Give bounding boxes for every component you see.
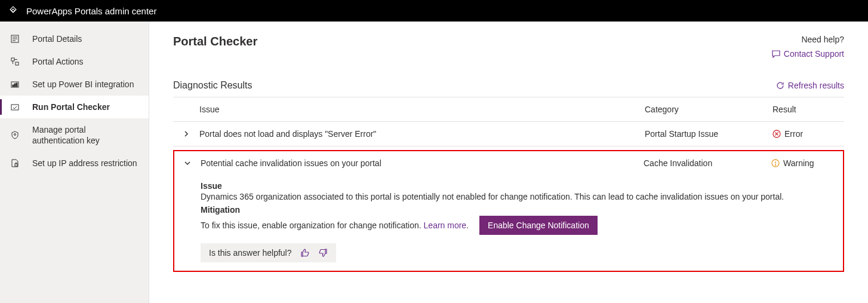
issue-text: Portal does not load and displays "Serve… bbox=[199, 129, 645, 139]
mitigation-text: To fix this issue, enable organization f… bbox=[201, 221, 469, 230]
main-content: Portal Checker Need help? Contact Suppor… bbox=[149, 22, 868, 303]
collapse-toggle[interactable] bbox=[184, 160, 191, 167]
sidebar: Portal Details Portal Actions Set up Pow… bbox=[0, 22, 149, 303]
contact-support-label: Contact Support bbox=[784, 49, 844, 59]
sidebar-item-label: Manage portal authentication key bbox=[32, 124, 134, 146]
chat-icon bbox=[772, 50, 780, 58]
section-title: Diagnostic Results bbox=[173, 80, 253, 91]
sidebar-item-label: Portal Details bbox=[32, 33, 82, 44]
category-text: Portal Startup Issue bbox=[645, 129, 772, 139]
thumbs-down-icon[interactable] bbox=[318, 248, 328, 258]
col-issue-header: Issue bbox=[199, 105, 645, 114]
thumbs-up-icon[interactable] bbox=[300, 248, 310, 258]
sidebar-item-portal-checker[interactable]: Run Portal Checker bbox=[0, 96, 149, 118]
sidebar-item-portal-actions[interactable]: Portal Actions bbox=[0, 50, 149, 73]
checker-icon bbox=[11, 103, 23, 111]
sidebar-item-label: Portal Actions bbox=[32, 56, 84, 67]
app-header: PowerApps Portals admin center bbox=[0, 0, 868, 22]
issue-heading: Issue bbox=[201, 181, 843, 191]
sidebar-item-ip-restriction[interactable]: Set up IP address restriction bbox=[0, 152, 149, 175]
expand-toggle[interactable] bbox=[183, 130, 190, 137]
svg-rect-9 bbox=[13, 85, 14, 87]
results-table: Issue Category Result Portal does not lo… bbox=[173, 97, 844, 272]
refresh-label: Refresh results bbox=[788, 81, 844, 90]
col-category-header: Category bbox=[645, 105, 772, 114]
shield-icon bbox=[11, 131, 23, 139]
table-row: Potential cache invalidation issues on y… bbox=[174, 151, 843, 175]
svg-rect-7 bbox=[16, 62, 19, 65]
app-title: PowerApps Portals admin center bbox=[26, 6, 156, 16]
app-logo-icon bbox=[8, 6, 18, 16]
error-icon bbox=[772, 130, 781, 138]
svg-point-18 bbox=[775, 164, 775, 165]
sidebar-item-auth-key[interactable]: Manage portal authentication key bbox=[0, 118, 149, 152]
feedback-question: Is this answer helpful? bbox=[209, 248, 292, 258]
col-result-header: Result bbox=[772, 105, 844, 114]
contact-support-link[interactable]: Contact Support bbox=[772, 49, 844, 59]
table-header: Issue Category Result bbox=[173, 97, 844, 122]
svg-rect-0 bbox=[10, 7, 16, 13]
sidebar-item-powerbi[interactable]: Set up Power BI integration bbox=[0, 73, 149, 96]
sidebar-item-portal-details[interactable]: Portal Details bbox=[0, 27, 149, 50]
result-text: Error bbox=[784, 129, 803, 139]
svg-rect-10 bbox=[14, 84, 16, 87]
learn-more-link[interactable]: Learn more bbox=[424, 221, 467, 230]
mitigation-heading: Mitigation bbox=[201, 205, 843, 215]
lock-doc-icon bbox=[11, 159, 23, 167]
need-help-label: Need help? bbox=[772, 35, 844, 44]
actions-icon bbox=[11, 57, 23, 66]
sidebar-item-label: Set up Power BI integration bbox=[32, 79, 134, 90]
svg-rect-14 bbox=[15, 164, 17, 166]
issue-description: Dynamics 365 organization associated to … bbox=[201, 192, 843, 201]
issue-detail: Issue Dynamics 365 organization associat… bbox=[174, 175, 843, 265]
result-text: Warning bbox=[783, 158, 814, 168]
category-text: Cache Invalidation bbox=[644, 158, 771, 168]
enable-change-notification-button[interactable]: Enable Change Notification bbox=[479, 216, 598, 235]
details-icon bbox=[11, 35, 23, 43]
svg-rect-12 bbox=[11, 105, 19, 110]
svg-rect-1 bbox=[11, 9, 15, 13]
highlighted-issue: Potential cache invalidation issues on y… bbox=[173, 150, 844, 272]
feedback-bar: Is this answer helpful? bbox=[201, 243, 336, 262]
chart-icon bbox=[11, 80, 23, 88]
svg-point-13 bbox=[14, 134, 16, 136]
page-title: Portal Checker bbox=[173, 35, 257, 48]
issue-text: Potential cache invalidation issues on y… bbox=[201, 158, 644, 168]
refresh-icon bbox=[776, 81, 784, 90]
refresh-results-link[interactable]: Refresh results bbox=[776, 81, 844, 90]
svg-rect-6 bbox=[11, 58, 14, 61]
warning-icon bbox=[771, 159, 780, 167]
sidebar-item-label: Run Portal Checker bbox=[32, 102, 110, 112]
sidebar-item-label: Set up IP address restriction bbox=[32, 158, 137, 169]
table-row: Portal does not load and displays "Serve… bbox=[173, 122, 844, 146]
svg-rect-11 bbox=[16, 83, 17, 87]
